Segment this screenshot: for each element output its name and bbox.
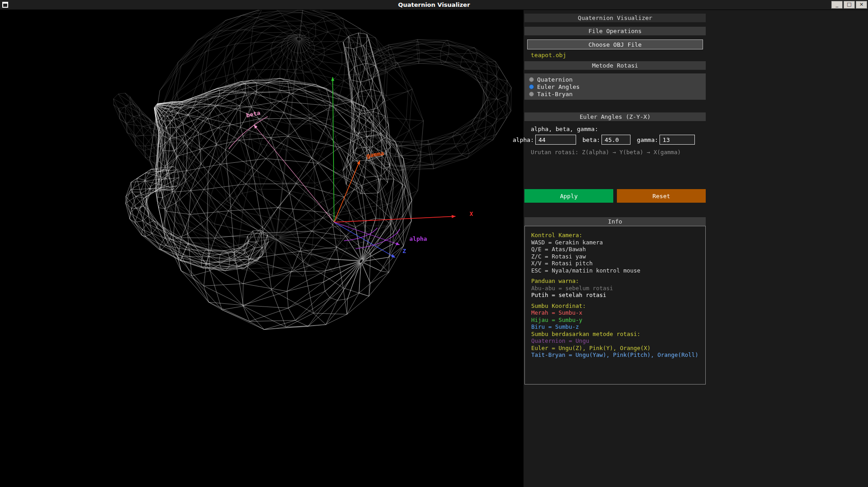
alpha-input[interactable] [535,135,576,145]
info-line: Biru = Sumbu-z [531,323,705,331]
radio-label: Euler Angles [537,83,580,90]
info-line: Sumbu Koordinat: [531,302,705,310]
radio-option-tait-bryan[interactable]: Tait-Bryan [529,90,706,97]
minimize-icon[interactable]: _ [831,1,843,9]
info-line: Kontrol Kamera: [531,232,705,239]
info-line: Panduan warna: [531,278,705,285]
reset-button[interactable]: Reset [617,189,706,203]
panel-title: Quaternion Visualizer [524,14,706,22]
apply-button[interactable]: Apply [524,189,613,203]
radio-option-quaternion[interactable]: Quaternion [529,76,706,83]
info-line: Euler = Ungu(Z), Pink(Y), Orange(X) [531,345,705,352]
info-line: Hijau = Sumbu-y [531,317,705,324]
radio-label: Quaternion [537,76,572,83]
info-header: Info [524,217,706,226]
info-line: Putih = setelah rotasi [531,292,705,299]
viewport: X alpha Z beta gamma [0,10,524,487]
action-buttons: Apply Reset [524,189,706,203]
gamma-input[interactable] [659,135,695,145]
info-line: Quaternion = Ungu [531,337,705,345]
info-line: ESC = Nyala/matiin kontrol mouse [531,267,705,274]
beta-input[interactable] [601,135,630,145]
axis-alpha-label: alpha [409,235,427,242]
gamma-field-label: gamma: [637,136,658,143]
rotation-method-group: Quaternion Euler Angles Tait-Bryan [524,73,706,100]
control-panel: Quaternion Visualizer File Operations Ch… [524,10,868,487]
radio-selected-icon[interactable] [529,84,534,89]
info-line: X/V = Rotasi pitch [531,260,705,267]
alpha-field-label: alpha: [513,136,534,143]
info-line: WASD = Gerakin kamera [531,239,705,246]
radio-icon[interactable] [529,92,534,97]
radio-option-euler-angles[interactable]: Euler Angles [529,83,706,90]
axis-z-label: Z [402,248,406,254]
euler-caption: alpha, beta, gamma: [531,126,706,132]
close-icon[interactable]: × [856,1,867,9]
file-operations-header: File Operations [524,27,706,35]
beta-field-label: beta: [582,136,600,143]
window-controls: _ □ × [831,1,867,9]
euler-angles-header: Euler Angles (Z-Y-X) [524,112,706,121]
axis-x-label: X [470,210,473,217]
info-line: Merah = Sumbu-x [531,309,705,317]
euler-input-row: alpha: beta: gamma: [513,135,706,145]
info-line: Abu-abu = sebelum rotasi [531,285,705,292]
window-title: Quaternion Visualizer [0,1,868,8]
choose-obj-file-button[interactable]: Choose OBJ File [527,39,703,49]
info-line: Sumbu berdasarkan metode rotasi: [531,331,705,338]
loaded-filename: teapot.obj [531,52,706,58]
info-line: Z/C = Rotasi yaw [531,253,705,260]
radio-label: Tait-Bryan [537,91,572,97]
info-box: Kontrol Kamera: WASD = Gerakin kamera Q/… [524,226,706,385]
info-line: Q/E = Atas/Bawah [531,246,705,253]
radio-icon[interactable] [529,77,534,82]
viewport-canvas[interactable] [0,10,524,487]
rotation-method-header: Metode Rotasi [524,61,706,70]
window-titlebar: Quaternion Visualizer _ □ × [0,0,868,10]
rotation-order-note: Urutan rotasi: Z(alpha) → Y(beta) → X(ga… [531,149,706,156]
info-line: Tait-Bryan = Ungu(Yaw), Pink(Pitch), Ora… [531,351,705,359]
maximize-icon[interactable]: □ [844,1,855,9]
